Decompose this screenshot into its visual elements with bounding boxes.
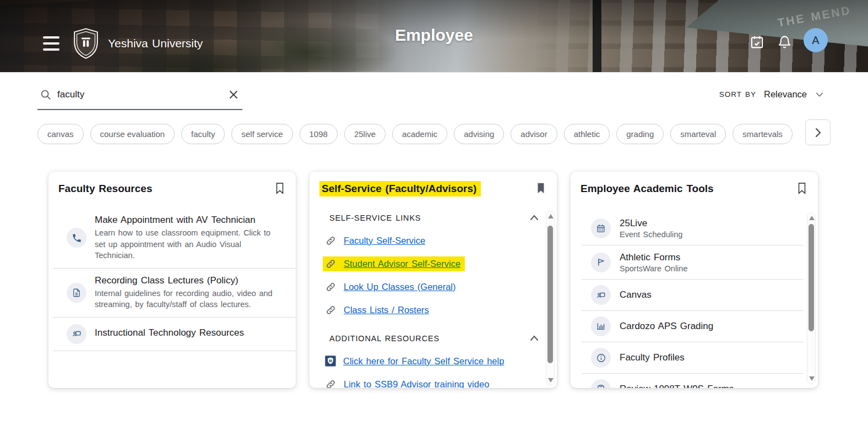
header-banner: THE MEND Yeshiva University Employee xyxy=(0,0,868,73)
filter-chip-course-evaluation[interactable]: course evaluation xyxy=(90,124,175,144)
filter-chip-25live[interactable]: 25live xyxy=(344,124,386,144)
phone-icon xyxy=(72,233,82,243)
filter-chip-faculty[interactable]: faculty xyxy=(181,124,225,144)
item-description: Internal guidelines for recording audio,… xyxy=(95,288,283,310)
search-input[interactable] xyxy=(57,89,221,100)
search-field xyxy=(37,84,242,110)
link-faculty-self-service[interactable]: Faculty Self-Service xyxy=(344,236,425,246)
sort-control[interactable]: SORT BY Relevance xyxy=(719,89,824,100)
link-student-advisor-self-service[interactable]: Student Advisor Self-Service xyxy=(344,259,460,269)
scrollbar-thumb[interactable] xyxy=(547,226,553,363)
flag-icon xyxy=(596,257,606,267)
link-icon xyxy=(325,235,337,247)
divider xyxy=(53,351,296,351)
link-class-lists-rosters[interactable]: Class Lists / Rosters xyxy=(344,305,429,315)
list-item[interactable]: Instructional Technology Resources xyxy=(48,318,296,351)
section-header: ADDITIONAL RESOURCES xyxy=(329,333,542,344)
link-row: Link to SSB9 Advisor training video xyxy=(325,378,542,388)
bookmark-outline-icon xyxy=(274,182,286,195)
instructor-screen-icon xyxy=(67,324,86,344)
link-row: Class Lists / Rosters xyxy=(325,304,542,316)
filter-chip-advisor[interactable]: advisor xyxy=(511,124,557,144)
phone-icon xyxy=(67,228,86,248)
scroll-down-arrow[interactable] xyxy=(809,376,815,381)
notifications-button[interactable] xyxy=(776,34,793,51)
filter-chip-smarteval[interactable]: smarteval xyxy=(670,124,726,144)
link-row-highlighted: Student Advisor Self-Service xyxy=(325,258,542,270)
instructor-screen-icon xyxy=(596,290,606,300)
calendar-button[interactable] xyxy=(748,34,765,51)
close-icon xyxy=(228,89,239,100)
info-icon xyxy=(591,348,611,368)
link-icon xyxy=(325,379,337,389)
list-item[interactable]: Faculty Profiles xyxy=(571,342,818,373)
info-icon xyxy=(596,353,606,363)
clipboard-check-icon xyxy=(596,384,606,388)
item-title: Review 1098T W9S Forms xyxy=(620,384,734,388)
filter-chip-grading[interactable]: grading xyxy=(616,124,664,144)
highlighted-link-wrap: Student Advisor Self-Service xyxy=(323,256,465,271)
item-title: 25Live xyxy=(620,218,682,229)
tool-list: 25Live Event Scheduling Athletic Forms S… xyxy=(571,211,818,388)
university-name: Yeshiva University xyxy=(108,37,203,50)
chevron-up-icon xyxy=(529,212,540,223)
link-icon xyxy=(325,281,337,293)
sort-by-label: SORT BY xyxy=(719,90,756,99)
bookmark-outline-icon xyxy=(796,182,808,195)
filter-chip-smartevals[interactable]: smartevals xyxy=(733,124,793,144)
list-item[interactable]: 25Live Event Scheduling xyxy=(571,211,818,245)
document-icon xyxy=(67,283,86,303)
link-row: Click here for Faculty Self Service help xyxy=(325,355,542,367)
scrollbar[interactable] xyxy=(807,212,816,384)
bookmark-button[interactable] xyxy=(795,182,809,196)
collapse-section-button[interactable] xyxy=(526,210,542,226)
filter-chips: canvas course evaluation faculty self se… xyxy=(0,121,807,146)
chips-scroll-right-button[interactable] xyxy=(805,119,831,145)
menu-button[interactable] xyxy=(43,36,59,51)
card-faculty-resources: Faculty Resources Make Appointment with … xyxy=(48,172,296,388)
section-header: SELF-SERVICE LINKS xyxy=(329,212,542,223)
list-item[interactable]: Review 1098T W9S Forms xyxy=(571,374,818,388)
bookmark-button[interactable] xyxy=(534,182,548,196)
card-title: Faculty Resources xyxy=(58,183,152,194)
scroll-up-arrow[interactable] xyxy=(548,214,554,218)
results-cards: Faculty Resources Make Appointment with … xyxy=(48,172,818,388)
list-item[interactable]: Make Appointment with AV Technician Lear… xyxy=(48,208,296,268)
calendar-icon xyxy=(596,223,606,233)
item-description: Event Scheduling xyxy=(620,230,682,239)
calendar-check-icon xyxy=(750,35,764,50)
filter-chip-advising[interactable]: advising xyxy=(454,124,504,144)
chevron-right-icon xyxy=(812,127,823,138)
chevron-up-icon xyxy=(529,333,540,344)
item-title: Canvas xyxy=(620,289,652,300)
filter-chip-canvas[interactable]: canvas xyxy=(37,124,84,144)
page-title: Employee xyxy=(395,26,473,45)
scroll-down-arrow[interactable] xyxy=(548,378,554,382)
clipboard-check-icon xyxy=(591,379,611,388)
self-service-scroll-area: SELF-SERVICE LINKS Faculty Self-Service xyxy=(310,204,542,388)
bookmark-button[interactable] xyxy=(273,182,287,196)
collapse-section-button[interactable] xyxy=(526,330,542,347)
scrollbar[interactable] xyxy=(546,211,555,386)
filter-chip-athletic[interactable]: athletic xyxy=(564,124,610,144)
list-item[interactable]: Canvas xyxy=(571,280,818,310)
link-row: Look Up Classes (General) xyxy=(325,281,542,293)
link-ssb9-advisor-training-video[interactable]: Link to SSB9 Advisor training video xyxy=(344,379,489,389)
avatar[interactable]: A xyxy=(804,28,828,52)
link-row: Faculty Self-Service xyxy=(325,234,542,247)
clear-search-button[interactable] xyxy=(227,88,240,101)
scrollbar-thumb[interactable] xyxy=(809,224,814,331)
yu-shield-favicon xyxy=(325,356,336,367)
card-title-highlighted: Self-Service (Faculty/Advisors) xyxy=(319,181,481,196)
filter-chip-1098[interactable]: 1098 xyxy=(300,124,338,144)
list-item[interactable]: Athletic Forms SportsWare Online xyxy=(571,245,818,279)
list-item[interactable]: Recording Class Lectures (Policy) Intern… xyxy=(48,269,296,317)
link-look-up-classes[interactable]: Look Up Classes (General) xyxy=(344,282,456,292)
filter-chip-self-service[interactable]: self service xyxy=(231,124,292,144)
filter-chip-academic[interactable]: academic xyxy=(392,124,447,144)
scroll-up-arrow[interactable] xyxy=(809,216,815,220)
link-faculty-self-service-help[interactable]: Click here for Faculty Self Service help xyxy=(343,356,504,367)
brand[interactable]: Yeshiva University xyxy=(72,28,203,59)
list-item[interactable]: Cardozo APS Grading xyxy=(571,311,818,342)
item-title: Recording Class Lectures (Policy) xyxy=(95,275,283,286)
